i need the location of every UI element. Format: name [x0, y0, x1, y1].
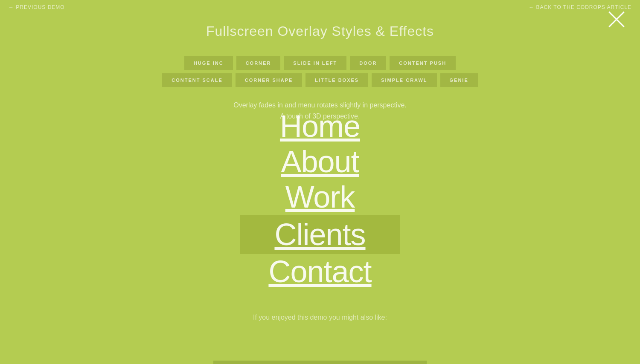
nav-home[interactable]: Home	[280, 109, 360, 144]
btn-genie[interactable]: GENIE	[440, 73, 478, 87]
page-title: Fullscreen Overlay Styles & Effects	[206, 23, 434, 39]
demo-buttons-section: HUGE INC CORNER SLIDE IN LEFT DOOR CONTE…	[162, 56, 478, 87]
close-button[interactable]	[606, 9, 627, 30]
btn-content-scale[interactable]: CONTENT SCALE	[162, 73, 232, 87]
prev-demo-link[interactable]: ← PREVIOUS DEMO	[9, 4, 65, 10]
bottom-bar	[213, 361, 427, 364]
btn-corner[interactable]: CORNER	[236, 56, 281, 70]
btn-slide-in-left[interactable]: SLIDE IN LEFT	[284, 56, 346, 70]
btn-door[interactable]: DOOR	[350, 56, 386, 70]
nav-work[interactable]: Work	[285, 179, 355, 215]
bottom-text: If you enjoyed this demo you might also …	[0, 314, 640, 321]
nav-clients[interactable]: Clients	[240, 215, 399, 254]
btn-content-push[interactable]: CONTENT PUSH	[390, 56, 456, 70]
btn-corner-shape[interactable]: CORNER SHAPE	[236, 73, 303, 87]
buttons-row-2: CONTENT SCALE CORNER SHAPE LITTLE BOXES …	[162, 73, 478, 87]
btn-little-boxes[interactable]: LITTLE BOXES	[305, 73, 368, 87]
btn-simple-crawl[interactable]: SIMPLE CRAWL	[372, 73, 436, 87]
nav-menu: Home About Work Clients Contact	[240, 109, 399, 289]
buttons-row-1: HUGE INC CORNER SLIDE IN LEFT DOOR CONTE…	[184, 56, 456, 70]
bottom-section: If you enjoyed this demo you might also …	[0, 314, 640, 330]
nav-about[interactable]: About	[281, 144, 359, 179]
btn-huge-inc[interactable]: HUGE INC	[184, 56, 233, 70]
nav-contact[interactable]: Contact	[268, 254, 371, 289]
